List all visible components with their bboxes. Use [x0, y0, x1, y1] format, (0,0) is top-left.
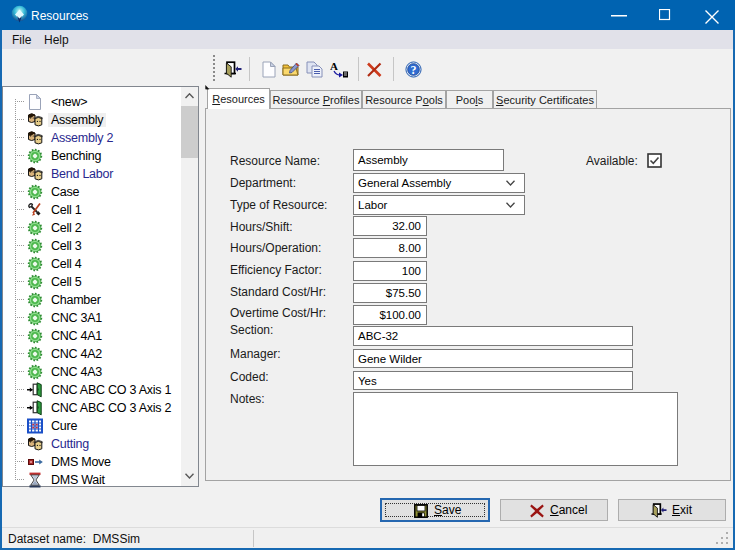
svg-text:?: ?: [411, 63, 417, 77]
svg-text:A: A: [330, 61, 338, 72]
